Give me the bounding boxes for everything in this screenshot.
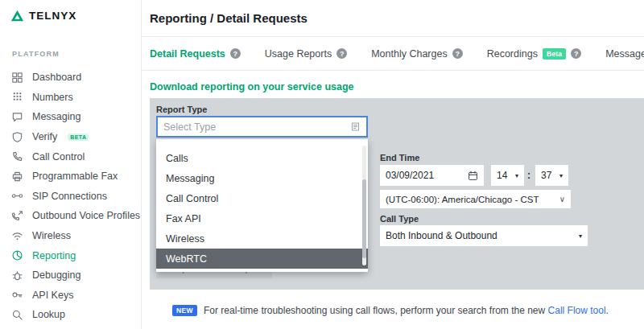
dropdown-option-webrtc[interactable]: WebRTC — [156, 249, 368, 269]
new-badge: NEW — [172, 305, 197, 316]
sidebar-item-programmable-fax[interactable]: Programmable Fax — [0, 167, 141, 187]
timezone-select[interactable]: (UTC-06:00): America/Chicago - CST ∨ — [380, 190, 571, 208]
sidebar-item-label: Programmable Fax — [32, 171, 118, 182]
platform-section-label: PLATFORM — [12, 50, 60, 58]
report-type-label: Report Type — [156, 105, 207, 114]
reporting-pie-chart-icon — [11, 249, 23, 261]
dropdown-option-messaging[interactable]: Messaging — [156, 168, 368, 188]
sidebar-item-reporting[interactable]: Reporting — [0, 245, 141, 265]
dashboard-icon — [11, 72, 23, 84]
sidebar-item-label: Outbound Voice Profiles — [32, 210, 140, 221]
lookup-magnifier-icon — [11, 309, 23, 321]
section-subtitle: Download reporting on your service usage — [150, 81, 354, 93]
sidebar-item-label: Debugging — [32, 269, 80, 281]
wireless-signal-icon — [11, 230, 23, 242]
report-form-panel: Report Type Select Type Calls Messaging … — [150, 98, 644, 290]
sidebar-item-numbers[interactable]: Numbers — [0, 88, 141, 108]
notice-text-body: For real-time troubleshooting using call… — [204, 305, 545, 316]
dropdown-option-calls[interactable]: Calls — [156, 148, 368, 168]
end-date-value: 03/09/2021 — [386, 170, 434, 181]
sidebar-item-debugging[interactable]: Debugging — [0, 265, 141, 286]
tab-message-engagement[interactable]: Message Engagement Beta — [605, 48, 644, 60]
clipboard-icon — [350, 121, 361, 132]
call-type-value: Both Inbound & Outbound — [386, 230, 497, 241]
sidebar-item-label: Call Control — [32, 151, 85, 162]
sidebar-item-label: Lookup — [32, 309, 65, 320]
sidebar-item-dashboard[interactable]: Dashboard — [0, 68, 141, 88]
sidebar-nav: Dashboard Numbers Messaging Verify BETA — [0, 68, 141, 325]
tab-monthly-charges[interactable]: Monthly Charges ? — [371, 48, 463, 60]
sip-connections-icon — [11, 190, 23, 202]
sidebar: TELNYX PLATFORM Dashboard Numbers Messag… — [0, 0, 142, 329]
dropdown-option-fax-api[interactable]: Fax API — [156, 208, 368, 228]
notice-text: For real-time troubleshooting using call… — [204, 305, 609, 316]
timezone-value: (UTC-06:00): America/Chicago - CST — [386, 195, 539, 204]
chevron-down-icon: ▾ — [579, 232, 582, 240]
report-type-select[interactable]: Select Type — [156, 116, 368, 138]
chevron-down-icon: ▾ — [559, 172, 563, 179]
telnyx-logo[interactable]: TELNYX — [10, 10, 76, 22]
tab-usage-reports[interactable]: Usage Reports ? — [265, 48, 347, 60]
sidebar-item-api-keys[interactable]: API Keys — [0, 286, 141, 306]
sidebar-item-lookup[interactable]: Lookup — [0, 305, 141, 325]
sidebar-item-label: Wireless — [32, 230, 71, 241]
call-type-select[interactable]: Both Inbound & Outbound ▾ — [380, 225, 588, 246]
sidebar-item-sip-connections[interactable]: SIP Connections — [0, 187, 141, 207]
telnyx-triangle-icon — [10, 10, 24, 22]
tab-bar: Detail Requests ? Usage Reports ? Monthl… — [142, 37, 644, 71]
hour-select[interactable]: 14 ▾ — [491, 165, 524, 186]
hour-value: 14 — [497, 170, 507, 181]
report-type-dropdown: Calls Messaging Call Control Fax API Wir… — [156, 139, 368, 272]
help-icon[interactable]: ? — [571, 48, 581, 59]
help-icon[interactable]: ? — [452, 48, 463, 59]
sidebar-item-label: Reporting — [32, 250, 76, 261]
sidebar-item-label: SIP Connections — [32, 191, 107, 202]
minute-value: 37 — [541, 170, 551, 181]
api-keys-key-icon — [11, 289, 23, 301]
dropdown-scrollbar-track — [362, 146, 366, 265]
call-control-phone-icon — [11, 150, 23, 162]
call-flow-tool-link[interactable]: Call Flow tool — [548, 305, 606, 316]
numbers-keypad-icon — [11, 91, 23, 103]
notice-text-suffix: . — [606, 305, 609, 316]
tab-label: Usage Reports — [265, 48, 332, 60]
end-date-input[interactable]: 03/09/2021 — [380, 165, 484, 186]
sidebar-item-messaging[interactable]: Messaging — [0, 107, 141, 127]
fax-printer-icon — [11, 171, 23, 183]
sidebar-item-label: Dashboard — [32, 72, 81, 83]
page-header: Reporting / Detail Requests — [142, 0, 644, 37]
calendar-icon — [468, 171, 478, 181]
page-title: Reporting / Detail Requests — [150, 0, 308, 37]
call-flow-notice: NEW For real-time troubleshooting using … — [172, 305, 609, 316]
verify-shield-icon — [11, 131, 23, 143]
dropdown-option-wireless[interactable]: Wireless — [156, 228, 368, 249]
sidebar-item-wireless[interactable]: Wireless — [0, 226, 141, 246]
end-time-label: End Time — [380, 153, 419, 162]
sidebar-item-call-control[interactable]: Call Control — [0, 146, 141, 167]
sidebar-item-label: Numbers — [32, 92, 73, 103]
call-type-label: Call Type — [380, 214, 419, 224]
dropdown-option-call-control[interactable]: Call Control — [156, 188, 368, 208]
logo-text: TELNYX — [29, 10, 76, 22]
help-icon[interactable]: ? — [230, 48, 241, 59]
sidebar-item-label: API Keys — [32, 290, 73, 301]
dropdown-scrollbar-thumb[interactable] — [362, 179, 366, 258]
help-icon[interactable]: ? — [336, 48, 347, 59]
sidebar-item-verify[interactable]: Verify BETA — [0, 127, 141, 147]
minute-select[interactable]: 37 ▾ — [535, 165, 568, 186]
chevron-down-icon: ▾ — [515, 172, 518, 179]
recordings-beta-badge: Beta — [543, 48, 566, 60]
sidebar-item-outbound-voice-profiles[interactable]: Outbound Voice Profiles — [0, 206, 141, 226]
tab-recordings[interactable]: Recordings Beta ? — [487, 48, 581, 60]
sidebar-item-label: Messaging — [32, 111, 80, 122]
tab-label: Detail Requests — [150, 48, 225, 60]
tab-label: Recordings — [487, 48, 538, 60]
tab-label: Message Engagement — [605, 48, 644, 60]
chevron-down-icon: ∨ — [559, 195, 565, 204]
messaging-bubble-icon — [11, 111, 23, 123]
tab-detail-requests[interactable]: Detail Requests ? — [150, 48, 241, 60]
sidebar-item-label: Verify — [32, 131, 57, 142]
tab-label: Monthly Charges — [371, 48, 448, 60]
report-type-placeholder: Select Type — [163, 121, 216, 133]
verify-beta-badge: BETA — [68, 134, 89, 141]
